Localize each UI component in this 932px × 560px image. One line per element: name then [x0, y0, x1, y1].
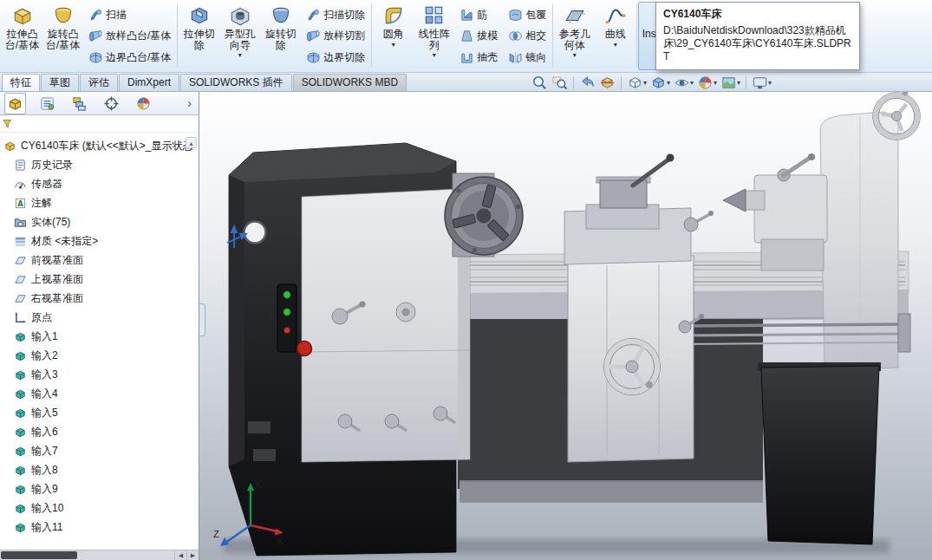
triad-y-label: Y — [255, 479, 262, 489]
dropdown-arrow-icon[interactable] — [737, 79, 740, 87]
tree-root-part[interactable]: CY6140车床 (默认<<默认>_显示状态 — [0, 136, 199, 155]
tab-propertymanager[interactable] — [36, 93, 58, 114]
dropdown-arrow-icon[interactable] — [768, 79, 772, 87]
intersect-button[interactable]: 相交 — [505, 28, 549, 44]
tab-solidworks-mbd[interactable]: SOLIDWORKS MBD — [293, 74, 407, 91]
toolbar-separator — [621, 76, 622, 89]
view-orientation-button[interactable] — [626, 75, 648, 91]
tab-sketch[interactable]: 草图 — [41, 74, 79, 91]
tree-scroll-up-button[interactable] — [186, 137, 197, 148]
tab-dimxpertmanager[interactable] — [101, 93, 122, 114]
ribbon-separator — [552, 4, 553, 68]
boundary-cut-button[interactable]: 边界切除 — [303, 49, 368, 66]
section-view-button[interactable] — [598, 75, 616, 91]
dropdown-arrow-icon[interactable] — [714, 79, 717, 87]
swept-boss-base-button[interactable]: 扫描 — [86, 7, 173, 23]
scrollbar-thumb[interactable] — [1, 551, 77, 559]
curves-button[interactable]: 曲线 — [595, 2, 635, 70]
zoom-to-fit-button[interactable] — [531, 75, 549, 91]
tree-item-imported-8[interactable]: 输入8 — [0, 460, 199, 479]
extruded-cut-button[interactable]: 拉伸切除 — [179, 2, 219, 70]
tree-item-sensors[interactable]: 传感器 — [0, 174, 199, 193]
tree-horizontal-scrollbar[interactable] — [0, 550, 199, 560]
rib-button[interactable]: 筋 — [457, 7, 500, 23]
pane-icon — [3, 119, 13, 129]
mirror-button[interactable]: 镜向 — [505, 49, 549, 66]
button-label: 异型孔向导 — [220, 29, 259, 50]
tab-displaymanager[interactable] — [133, 93, 154, 114]
wrap-button[interactable]: 包覆 — [505, 7, 549, 23]
tree-item-label: 注解 — [31, 196, 52, 211]
tree-item-right-plane[interactable]: 右视基准面 — [0, 289, 199, 308]
extruded-boss-base-button[interactable]: 拉伸凸台/基体 — [2, 2, 42, 70]
tab-solidworks-addins[interactable]: SOLIDWORKS 插件 — [180, 74, 292, 91]
headsup-view-toolbar — [531, 74, 772, 91]
revolved-boss-base-button[interactable]: 旋转凸台/基体 — [42, 2, 83, 70]
lofted-boss-base-button[interactable]: 放样凸台/基体 — [86, 28, 173, 44]
hide-show-items-button[interactable] — [673, 75, 694, 91]
tree-item-solid-bodies[interactable]: 实体(75) — [0, 212, 199, 231]
scroll-right-button[interactable] — [186, 550, 199, 560]
dropdown-arrow-icon[interactable] — [667, 79, 670, 87]
dropdown-arrow-icon[interactable] — [238, 51, 242, 59]
hole-wizard-button[interactable]: 异型孔向导 — [219, 2, 260, 70]
tree-item-imported-2[interactable]: 输入2 — [0, 346, 199, 365]
dropdown-arrow-icon[interactable] — [433, 51, 436, 59]
boundary-boss-base-button[interactable]: 边界凸台/基体 — [86, 49, 173, 66]
view-settings-button[interactable] — [751, 75, 772, 91]
edit-appearance-button[interactable] — [696, 75, 718, 91]
display-style-button[interactable] — [649, 75, 671, 91]
tab-featuremanager-design-tree[interactable] — [4, 93, 26, 114]
linear-pattern-button[interactable]: 线性阵列 — [414, 2, 454, 70]
shell-button[interactable]: 抽壳 — [457, 49, 500, 66]
tree-item-imported-10[interactable]: 输入10 — [0, 498, 199, 518]
tree-item-material[interactable]: 材质 <未指定> — [0, 231, 199, 251]
tree-item-imported-11[interactable]: 输入11 — [0, 518, 199, 537]
dropdown-arrow-icon[interactable] — [690, 79, 694, 87]
button-label: 旋转凸台/基体 — [43, 29, 82, 50]
swept-cut-button[interactable]: 扫描切除 — [303, 7, 368, 23]
zoom-to-area-button[interactable] — [551, 75, 569, 91]
command-manager-tabbar: 特征 草图 评估 DimXpert SOLIDWORKS 插件 SOLIDWOR… — [0, 73, 932, 92]
history-icon — [14, 159, 27, 172]
tree-item-history[interactable]: 历史记录 — [0, 155, 199, 174]
tree-item-top-plane[interactable]: 上视基准面 — [0, 270, 199, 289]
ribbon-group-boss: 拉伸凸台/基体 旋转凸台/基体 扫描 放样凸台/基体 边界凸台/基体 — [2, 2, 176, 70]
tree-item-imported-1[interactable]: 输入1 — [0, 327, 199, 346]
graphics-viewport[interactable]: Y Z X — [199, 92, 932, 560]
scrollbar-track[interactable] — [78, 550, 174, 560]
view-orientation-icon — [627, 75, 643, 91]
tree-item-imported-4[interactable]: 输入4 — [0, 384, 199, 403]
tree-item-annotations[interactable]: 注解 — [0, 193, 199, 212]
fillet-button[interactable]: 圆角 — [373, 2, 414, 70]
tree-item-front-plane[interactable]: 前视基准面 — [0, 251, 199, 270]
tree-item-imported-9[interactable]: 输入9 — [0, 479, 199, 498]
draft-button[interactable]: 拔模 — [457, 28, 500, 44]
wrap-icon — [508, 8, 523, 23]
tree-item-imported-3[interactable]: 输入3 — [0, 365, 199, 384]
dropdown-arrow-icon[interactable] — [643, 79, 647, 87]
tree-item-imported-5[interactable]: 输入5 — [0, 403, 199, 422]
tab-features[interactable]: 特征 — [2, 74, 40, 91]
tab-dimxpert[interactable]: DimXpert — [119, 74, 179, 91]
tree-item-origin[interactable]: 原点 — [0, 308, 199, 327]
panel-splitter-grip[interactable] — [199, 303, 205, 336]
scroll-left-button[interactable] — [174, 550, 186, 560]
model-3d-view[interactable] — [199, 92, 932, 560]
button-label: 参考几何体 — [555, 29, 594, 50]
dropdown-arrow-icon[interactable] — [392, 41, 395, 49]
tab-evaluate[interactable]: 评估 — [80, 74, 118, 91]
panel-flyout-chevron-icon[interactable] — [185, 96, 194, 110]
apply-scene-button[interactable] — [720, 75, 741, 91]
previous-view-button[interactable] — [578, 75, 596, 91]
dropdown-arrow-icon[interactable] — [573, 51, 577, 59]
reference-geometry-button[interactable]: 参考几何体 — [554, 2, 595, 70]
lofted-cut-button[interactable]: 放样切割 — [303, 28, 368, 44]
tree-item-label: 右视基准面 — [31, 291, 83, 306]
tab-configurationmanager[interactable] — [68, 93, 90, 114]
tree-item-imported-7[interactable]: 输入7 — [0, 441, 199, 460]
tree-item-imported-6[interactable]: 输入6 — [0, 422, 199, 441]
dropdown-arrow-icon[interactable] — [614, 41, 617, 49]
zoom-to-fit-icon — [531, 75, 548, 91]
revolved-cut-button[interactable]: 旋转切除 — [260, 2, 301, 70]
